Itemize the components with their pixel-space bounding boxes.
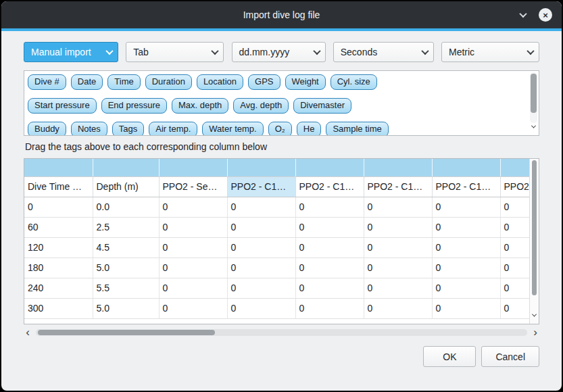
tag-avg-depth[interactable]: Avg. depth <box>233 98 289 114</box>
cell-r2-c2: 0 <box>159 237 227 258</box>
cell-r5-c5: 0 <box>364 298 432 318</box>
cell-r0-c6: 0 <box>432 197 500 217</box>
close-icon: × <box>543 11 548 20</box>
table-row-1: 602.5000000 <box>24 217 531 237</box>
table-scrollbar[interactable] <box>529 159 539 324</box>
drop-cell-4[interactable] <box>295 159 364 176</box>
preview-table-area: Dive Time …Depth (m)PPO2 - Se…PPO2 - C1…… <box>24 158 539 324</box>
cell-r0-c7: 0 <box>500 197 531 217</box>
titlebar-buttons: × <box>517 1 552 28</box>
tag-max-depth[interactable]: Max. depth <box>172 98 228 114</box>
close-button[interactable]: × <box>539 8 552 22</box>
column-header-0[interactable]: Dive Time … <box>24 176 93 197</box>
scroll-left-button[interactable]: ‹ <box>24 328 32 337</box>
tag-buddy[interactable]: Buddy <box>28 122 66 136</box>
cell-r4-c1: 5.5 <box>93 278 159 298</box>
hscroll-track[interactable] <box>36 329 527 336</box>
tag-duration[interactable]: Duration <box>145 74 192 90</box>
tag-notes[interactable]: Notes <box>71 122 107 136</box>
tag-divemaster[interactable]: Divemaster <box>293 98 351 114</box>
column-header-4[interactable]: PPO2 - C1… <box>295 176 364 197</box>
field-separator-value: Tab <box>133 47 149 57</box>
tag-end-pressure[interactable]: End pressure <box>101 98 167 114</box>
tag-scrollbar[interactable] <box>530 72 537 123</box>
dialog-buttons: OK Cancel <box>24 346 539 367</box>
scroll-down-button[interactable] <box>530 125 537 133</box>
scroll-right-button[interactable]: › <box>531 328 539 337</box>
cell-r0-c5: 0 <box>364 197 432 217</box>
tag-he[interactable]: He <box>297 122 322 136</box>
titlebar: Import dive log file × <box>1 1 562 28</box>
shade-button[interactable] <box>517 9 529 21</box>
drop-cell-3[interactable] <box>227 159 295 176</box>
header-row: Dive Time …Depth (m)PPO2 - Se…PPO2 - C1…… <box>24 176 531 197</box>
instruction-label: Drag the tags above to each correspondin… <box>25 141 539 153</box>
date-format-combo[interactable]: dd.mm.yyyy <box>232 42 326 62</box>
tag-area: Dive #DateTimeDurationLocationGPSWeightC… <box>24 70 539 136</box>
hscroll-handle[interactable] <box>38 330 215 335</box>
cell-r5-c1: 5.0 <box>93 298 159 318</box>
cell-r2-c5: 0 <box>364 237 432 258</box>
column-header-5[interactable]: PPO2 - C1… <box>364 176 432 197</box>
cell-r1-c1: 2.5 <box>93 217 159 237</box>
drop-cell-2[interactable] <box>159 159 227 176</box>
cell-r2-c7: 0 <box>500 237 531 258</box>
scroll-down-button[interactable] <box>531 314 538 322</box>
cell-r4-c2: 0 <box>159 278 227 298</box>
tag-scrollbar-handle[interactable] <box>531 74 537 113</box>
window-title: Import dive log file <box>243 9 320 20</box>
time-format-combo[interactable]: Seconds <box>333 42 434 62</box>
cell-r4-c4: 0 <box>295 278 364 298</box>
chevron-down-icon <box>309 43 325 62</box>
drop-cell-0[interactable] <box>24 159 93 176</box>
column-header-2[interactable]: PPO2 - Se… <box>159 176 227 197</box>
cancel-button[interactable]: Cancel <box>481 346 539 367</box>
column-header-1[interactable]: Depth (m) <box>93 176 159 197</box>
horizontal-scrollbar[interactable]: ‹ › <box>24 328 539 337</box>
cell-r3-c5: 0 <box>364 258 432 278</box>
drop-cell-6[interactable] <box>432 159 500 176</box>
drop-cell-5[interactable] <box>364 159 432 176</box>
tag-weight[interactable]: Weight <box>285 74 326 90</box>
cell-r4-c0: 240 <box>24 278 93 298</box>
drop-cell-7[interactable] <box>500 159 531 176</box>
tag-sample-time[interactable]: Sample time <box>326 122 388 136</box>
cell-r1-c3: 0 <box>227 217 295 237</box>
table-scrollbar-handle[interactable] <box>532 160 537 295</box>
ok-button[interactable]: OK <box>423 346 476 367</box>
tag-dive[interactable]: Dive # <box>28 74 66 90</box>
tag-time[interactable]: Time <box>107 74 140 90</box>
field-separator-combo[interactable]: Tab <box>126 42 224 62</box>
tag-o[interactable]: O₂ <box>268 122 292 136</box>
chevron-down-icon <box>519 10 527 18</box>
tag-water-temp[interactable]: Water temp. <box>202 122 263 136</box>
import-mode-combo[interactable]: Manual import <box>24 42 118 62</box>
units-combo[interactable]: Metric <box>441 42 539 62</box>
tag-date[interactable]: Date <box>71 74 103 90</box>
cell-r1-c4: 0 <box>295 217 364 237</box>
cell-r3-c6: 0 <box>432 258 500 278</box>
cell-r2-c1: 4.5 <box>93 237 159 258</box>
tag-tags[interactable]: Tags <box>112 122 144 136</box>
cell-r0-c2: 0 <box>159 197 227 217</box>
cell-r5-c7: 0 <box>500 298 531 318</box>
tag-start-pressure[interactable]: Start pressure <box>28 98 97 114</box>
cell-r3-c2: 0 <box>159 258 227 278</box>
cell-r1-c6: 0 <box>432 217 500 237</box>
cell-r3-c3: 0 <box>227 258 295 278</box>
tag-gps[interactable]: GPS <box>248 74 280 90</box>
tag-cyl-size[interactable]: Cyl. size <box>331 74 377 90</box>
titlebar-accent-line <box>1 28 562 31</box>
cell-r0-c0: 0 <box>24 197 93 217</box>
cell-r2-c3: 0 <box>227 237 295 258</box>
tag-location[interactable]: Location <box>197 74 243 90</box>
column-header-3[interactable]: PPO2 - C1… <box>227 176 295 197</box>
column-header-6[interactable]: PPO2 - C1… <box>432 176 500 197</box>
tag-air-temp[interactable]: Air temp. <box>149 122 197 136</box>
chevron-down-icon <box>522 43 539 62</box>
table-row-0: 00.0000000 <box>24 197 531 217</box>
cell-r3-c7: 0 <box>500 258 531 278</box>
column-header-7[interactable]: PPO2 <box>500 176 531 197</box>
drop-cell-1[interactable] <box>93 159 159 176</box>
chevron-down-icon <box>207 43 223 62</box>
